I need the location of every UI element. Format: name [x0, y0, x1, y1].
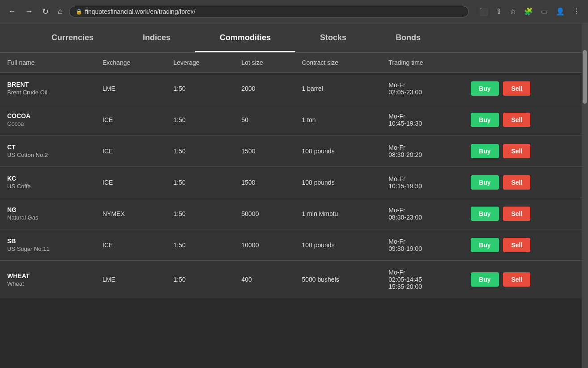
cell-name-3: KC US Coffe — [0, 167, 95, 198]
cell-contract-size-0: 1 barrel — [294, 73, 381, 104]
col-exchange: Exchange — [95, 53, 166, 73]
scrollbar-thumb — [583, 50, 587, 104]
instrument-desc-3: US Coffe — [7, 183, 88, 190]
table-header: Full name Exchange Leverage Lot size Con… — [0, 53, 588, 73]
cell-leverage-5: 1:50 — [166, 229, 234, 261]
buy-button-2[interactable]: Buy — [471, 144, 499, 158]
cell-lot-size-5: 10000 — [234, 229, 295, 261]
sell-button-0[interactable]: Sell — [503, 81, 530, 96]
buy-button-3[interactable]: Buy — [471, 175, 499, 190]
sell-button-6[interactable]: Sell — [503, 272, 530, 287]
url-text: finquotesfinancial.work/en/trading/forex… — [85, 8, 196, 15]
cell-trading-time-4: Mo-Fr08:30-23:00 — [381, 198, 464, 229]
table-row: NG Natural Gas NYMEX 1:50 50000 1 mln Mm… — [0, 198, 588, 229]
back-button[interactable]: ← — [5, 5, 19, 18]
sell-button-3[interactable]: Sell — [503, 175, 530, 190]
buy-button-5[interactable]: Buy — [471, 238, 499, 252]
cell-leverage-2: 1:50 — [166, 135, 234, 167]
cell-actions-6: Buy Sell — [464, 261, 588, 299]
cell-actions-5: Buy Sell — [464, 229, 588, 261]
forward-button[interactable]: → — [22, 5, 36, 18]
page-content: Currencies Indices Commodities Stocks Bo… — [0, 23, 588, 298]
bookmark-button[interactable]: ☆ — [507, 5, 519, 17]
buy-button-6[interactable]: Buy — [471, 272, 499, 287]
scrollbar[interactable] — [582, 23, 588, 368]
cell-trading-time-1: Mo-Fr10:45-19:30 — [381, 104, 464, 135]
home-button[interactable]: ⌂ — [55, 5, 65, 18]
tab-stocks[interactable]: Stocks — [295, 23, 371, 52]
cell-trading-time-6: Mo-Fr02:05-14:4515:35-20:00 — [381, 261, 464, 299]
cell-exchange-5: ICE — [95, 229, 166, 261]
cell-leverage-3: 1:50 — [166, 167, 234, 198]
col-leverage: Leverage — [166, 53, 234, 73]
cast-button[interactable]: ⬛ — [476, 5, 490, 17]
cell-name-2: CT US Cotton No.2 — [0, 135, 95, 167]
cell-leverage-6: 1:50 — [166, 261, 234, 299]
instrument-symbol-3: KC — [7, 175, 88, 182]
cell-actions-3: Buy Sell — [464, 167, 588, 198]
table-row: COCOA Cocoa ICE 1:50 50 1 ton Mo-Fr10:45… — [0, 104, 588, 135]
cell-trading-time-2: Mo-Fr08:30-20:20 — [381, 135, 464, 167]
cell-actions-2: Buy Sell — [464, 135, 588, 167]
cell-name-5: SB US Sugar No.11 — [0, 229, 95, 261]
sell-button-1[interactable]: Sell — [503, 113, 530, 127]
profile-button[interactable]: 👤 — [553, 5, 567, 17]
menu-button[interactable]: ⋮ — [570, 5, 583, 17]
share-button[interactable]: ⇧ — [493, 5, 504, 17]
instrument-symbol-5: SB — [7, 237, 88, 245]
col-full-name: Full name — [0, 53, 95, 73]
reload-button[interactable]: ↻ — [39, 5, 51, 18]
col-contract-size: Contract size — [294, 53, 381, 73]
instrument-symbol-4: NG — [7, 206, 88, 213]
sell-button-5[interactable]: Sell — [503, 238, 530, 252]
cell-name-4: NG Natural Gas — [0, 198, 95, 229]
cell-contract-size-4: 1 mln Mmbtu — [294, 198, 381, 229]
lock-icon: 🔒 — [76, 8, 82, 15]
col-lot-size: Lot size — [234, 53, 295, 73]
extensions-button[interactable]: 🧩 — [521, 5, 536, 17]
col-actions — [464, 53, 588, 73]
tab-currencies[interactable]: Currencies — [27, 23, 118, 52]
sell-button-4[interactable]: Sell — [503, 207, 530, 221]
browser-chrome: ← → ↻ ⌂ 🔒 finquotesfinancial.work/en/tra… — [0, 0, 588, 23]
cell-name-6: WHEAT Wheat — [0, 261, 95, 299]
cell-exchange-0: LME — [95, 73, 166, 104]
browser-actions: ⬛ ⇧ ☆ 🧩 ▭ 👤 ⋮ — [476, 5, 583, 17]
cell-actions-4: Buy Sell — [464, 198, 588, 229]
buy-button-0[interactable]: Buy — [471, 81, 499, 96]
table-row: WHEAT Wheat LME 1:50 400 5000 bushels Mo… — [0, 261, 588, 299]
cell-actions-0: Buy Sell — [464, 73, 588, 104]
cell-contract-size-2: 100 pounds — [294, 135, 381, 167]
cell-exchange-2: ICE — [95, 135, 166, 167]
address-bar[interactable]: 🔒 finquotesfinancial.work/en/trading/for… — [69, 6, 469, 17]
sell-button-2[interactable]: Sell — [503, 144, 530, 158]
instrument-symbol-6: WHEAT — [7, 272, 88, 279]
cell-trading-time-0: Mo-Fr02:05-23:00 — [381, 73, 464, 104]
cell-contract-size-5: 100 pounds — [294, 229, 381, 261]
instrument-desc-5: US Sugar No.11 — [7, 245, 88, 252]
cell-lot-size-3: 1500 — [234, 167, 295, 198]
table-row: KC US Coffe ICE 1:50 1500 100 pounds Mo-… — [0, 167, 588, 198]
cell-exchange-1: ICE — [95, 104, 166, 135]
instrument-symbol-1: COCOA — [7, 112, 88, 119]
instrument-desc-6: Wheat — [7, 280, 88, 287]
col-trading-time: Trading time — [381, 53, 464, 73]
cell-contract-size-6: 5000 bushels — [294, 261, 381, 299]
tab-commodities[interactable]: Commodities — [195, 23, 295, 52]
buy-button-4[interactable]: Buy — [471, 207, 499, 221]
buy-button-1[interactable]: Buy — [471, 113, 499, 127]
cell-trading-time-3: Mo-Fr10:15-19:30 — [381, 167, 464, 198]
tab-indices[interactable]: Indices — [118, 23, 195, 52]
instrument-desc-4: Natural Gas — [7, 214, 88, 221]
instrument-symbol-0: BRENT — [7, 81, 88, 88]
instrument-symbol-2: CT — [7, 144, 88, 151]
instrument-desc-2: US Cotton No.2 — [7, 152, 88, 158]
window-button[interactable]: ▭ — [538, 5, 550, 17]
commodities-table: Full name Exchange Leverage Lot size Con… — [0, 53, 588, 298]
table-row: CT US Cotton No.2 ICE 1:50 1500 100 poun… — [0, 135, 588, 167]
cell-trading-time-5: Mo-Fr09:30-19:00 — [381, 229, 464, 261]
cell-contract-size-3: 100 pounds — [294, 167, 381, 198]
tab-bonds[interactable]: Bonds — [371, 23, 445, 52]
cell-contract-size-1: 1 ton — [294, 104, 381, 135]
cell-lot-size-1: 50 — [234, 104, 295, 135]
